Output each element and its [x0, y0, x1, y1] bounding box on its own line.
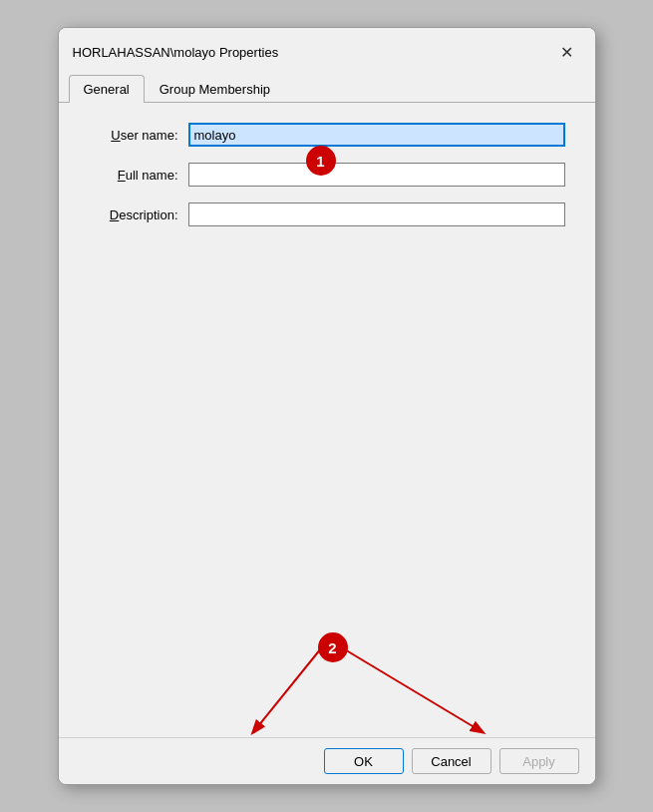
description-row: Description: — [89, 203, 565, 226]
title-bar: HORLAHASSAN\molayo Properties ✕ — [59, 28, 595, 74]
fullname-input[interactable] — [188, 163, 565, 187]
description-input[interactable] — [188, 203, 565, 226]
tabs-bar: General Group Membership — [59, 74, 595, 103]
apply-button[interactable]: Apply — [499, 748, 579, 774]
username-input[interactable] — [188, 123, 565, 147]
tab-general[interactable]: General — [69, 75, 145, 103]
fullname-row: Full name: — [89, 163, 565, 187]
username-label: User name: — [89, 128, 188, 143]
tab-group-membership[interactable]: Group Membership — [145, 75, 285, 103]
cancel-button[interactable]: Cancel — [412, 748, 491, 774]
dialog-footer: OK Cancel Apply — [59, 737, 595, 784]
description-label: Description: — [89, 207, 188, 222]
properties-dialog: HORLAHASSAN\molayo Properties ✕ General … — [58, 27, 596, 785]
fullname-label: Full name: — [89, 168, 188, 183]
ok-button[interactable]: OK — [324, 748, 404, 774]
close-button[interactable]: ✕ — [553, 38, 581, 66]
username-row: User name: — [89, 123, 565, 147]
dialog-title: HORLAHASSAN\molayo Properties — [73, 45, 279, 60]
tab-content: User name: Full name: Description: — [59, 103, 595, 737]
